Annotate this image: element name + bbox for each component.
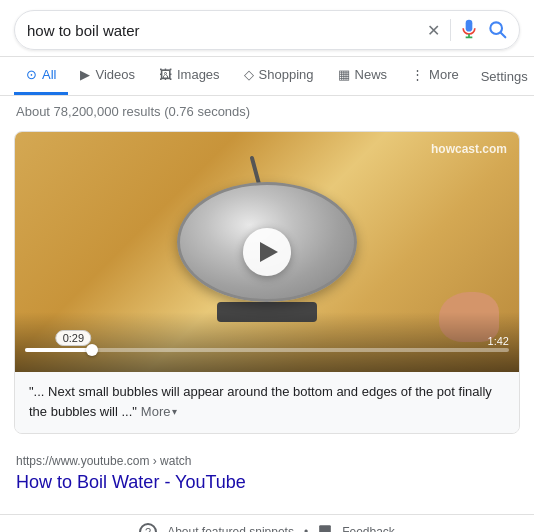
footer-feedback-link[interactable]: Feedback (342, 525, 395, 532)
video-caption: "... Next small bubbles will appear arou… (15, 372, 519, 433)
tab-shopping-label: Shopping (259, 67, 314, 82)
voice-icon[interactable] (459, 19, 479, 42)
total-time: 1:42 (488, 335, 509, 347)
more-dots-icon: ⋮ (411, 67, 424, 82)
tab-shopping[interactable]: ◇ Shopping (232, 57, 326, 95)
play-triangle-icon (260, 242, 278, 262)
chevron-down-icon: ▾ (172, 406, 177, 417)
more-link-label: More (141, 404, 171, 419)
tab-images[interactable]: 🖼 Images (147, 57, 232, 95)
search-bar: ✕ (14, 10, 520, 50)
youtube-result: https://www.youtube.com › watch How to B… (0, 444, 534, 504)
progress-fill (25, 348, 93, 352)
footer-bar: ? About featured snippets • Feedback (0, 514, 534, 532)
search-header: ✕ (0, 0, 534, 57)
images-icon: 🖼 (159, 67, 172, 82)
result-title-link[interactable]: How to Boil Water - YouTube (16, 472, 246, 492)
video-overlay (15, 312, 519, 372)
help-icon[interactable]: ? (139, 523, 157, 532)
more-link[interactable]: More ▾ (141, 404, 178, 419)
video-card: howcast.com 0:29 1:42 "... Next small bu… (14, 131, 520, 434)
watermark: howcast.com (431, 142, 507, 156)
tab-all[interactable]: ⊙ All (14, 57, 68, 95)
tab-videos-label: Videos (95, 67, 135, 82)
footer-dot: • (304, 525, 308, 532)
current-time-bubble: 0:29 (56, 330, 91, 346)
video-progress-container: 0:29 1:42 (25, 348, 509, 352)
tab-news[interactable]: ▦ News (326, 57, 400, 95)
search-input[interactable] (27, 22, 417, 39)
svg-rect-2 (319, 525, 331, 532)
caption-text: "... Next small bubbles will appear arou… (29, 384, 492, 419)
svg-line-1 (501, 32, 506, 37)
nav-tabs: ⊙ All ▶ Videos 🖼 Images ◇ Shopping ▦ New… (0, 57, 534, 96)
tab-videos[interactable]: ▶ Videos (68, 57, 147, 95)
news-icon: ▦ (338, 67, 350, 82)
all-icon: ⊙ (26, 67, 37, 82)
search-icon[interactable] (487, 19, 507, 42)
tab-more-label: More (429, 67, 459, 82)
divider (450, 19, 451, 41)
footer-feedback-icon (318, 524, 332, 532)
footer-help-label[interactable]: About featured snippets (167, 525, 294, 532)
video-thumbnail[interactable]: howcast.com 0:29 1:42 (15, 132, 519, 372)
videos-icon: ▶ (80, 67, 90, 82)
tab-news-label: News (355, 67, 388, 82)
results-count: About 78,200,000 results (0.76 seconds) (0, 96, 534, 127)
tab-images-label: Images (177, 67, 220, 82)
shopping-icon: ◇ (244, 67, 254, 82)
progress-track[interactable] (25, 348, 509, 352)
settings-link[interactable]: Settings (471, 59, 534, 94)
tab-more[interactable]: ⋮ More (399, 57, 471, 95)
clear-icon[interactable]: ✕ (425, 19, 442, 42)
progress-dot (86, 344, 98, 356)
result-url: https://www.youtube.com › watch (16, 454, 518, 468)
play-button[interactable] (243, 228, 291, 276)
tab-all-label: All (42, 67, 56, 82)
